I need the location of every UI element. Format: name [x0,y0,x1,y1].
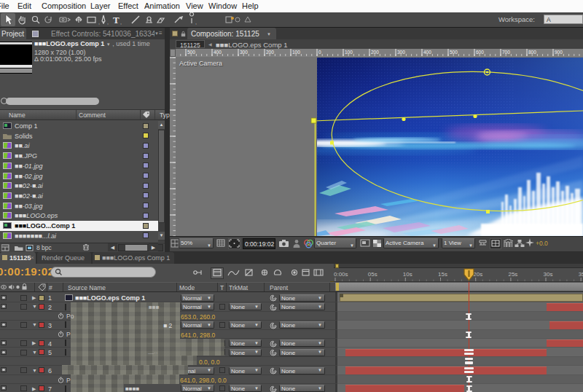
svg-text:200: 200 [266,50,274,55]
svg-text:100: 100 [292,50,300,55]
svg-text:800: 800 [528,50,536,55]
svg-text:05s: 05s [368,271,377,278]
svg-text:400: 400 [423,50,431,55]
svg-text:300: 300 [240,50,248,55]
svg-text:,: , [120,20,122,25]
svg-text:25s: 25s [508,271,517,278]
svg-text:700: 700 [502,50,510,55]
svg-text:,: , [195,20,197,25]
svg-text:400: 400 [214,50,222,55]
svg-text:300: 300 [397,50,405,55]
svg-text:500: 500 [187,50,195,55]
svg-text:100: 100 [345,50,353,55]
svg-text:200: 200 [371,50,379,55]
svg-text:0: 0 [318,50,321,55]
svg-text:,: , [107,20,109,25]
svg-text:600: 600 [476,50,484,55]
svg-text:35s: 35s [579,271,583,278]
svg-text:T: T [113,15,120,26]
svg-text:10s: 10s [403,271,412,278]
svg-text:900: 900 [555,50,563,55]
svg-text:0:00s: 0:00s [334,271,348,278]
svg-text:,: , [98,20,100,25]
svg-text:15s: 15s [438,271,447,278]
svg-text:30s: 30s [544,271,553,278]
svg-text:500: 500 [450,50,458,55]
